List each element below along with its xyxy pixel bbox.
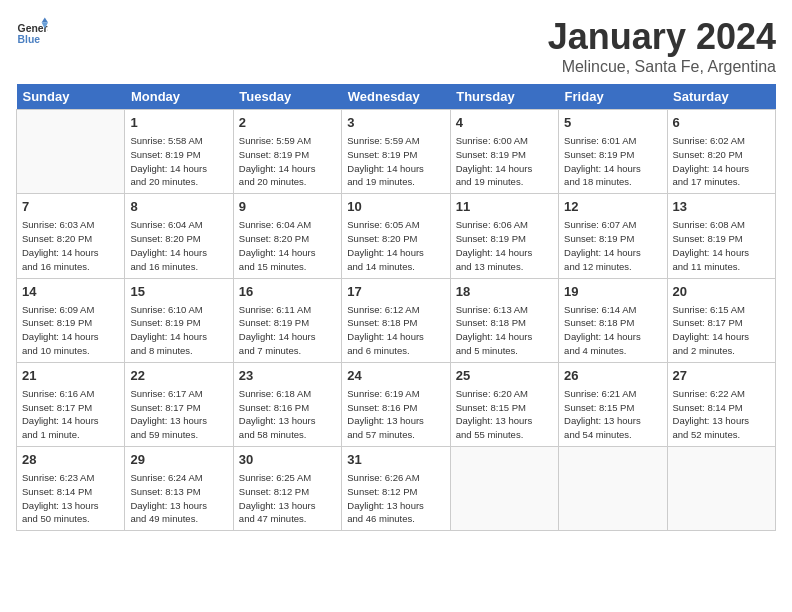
day-number: 3 [347,114,444,132]
day-info: Sunrise: 6:25 AMSunset: 8:12 PMDaylight:… [239,471,336,526]
calendar-cell [559,447,667,531]
header-sunday: Sunday [17,84,125,110]
calendar-cell: 27Sunrise: 6:22 AMSunset: 8:14 PMDayligh… [667,362,775,446]
day-info: Sunrise: 6:22 AMSunset: 8:14 PMDaylight:… [673,387,770,442]
day-number: 22 [130,367,227,385]
calendar-week-2: 7Sunrise: 6:03 AMSunset: 8:20 PMDaylight… [17,194,776,278]
calendar-cell: 16Sunrise: 6:11 AMSunset: 8:19 PMDayligh… [233,278,341,362]
calendar-cell: 13Sunrise: 6:08 AMSunset: 8:19 PMDayligh… [667,194,775,278]
calendar-cell [450,447,558,531]
header-wednesday: Wednesday [342,84,450,110]
day-info: Sunrise: 5:59 AMSunset: 8:19 PMDaylight:… [347,134,444,189]
day-info: Sunrise: 6:11 AMSunset: 8:19 PMDaylight:… [239,303,336,358]
day-info: Sunrise: 6:06 AMSunset: 8:19 PMDaylight:… [456,218,553,273]
day-number: 11 [456,198,553,216]
calendar-cell: 1Sunrise: 5:58 AMSunset: 8:19 PMDaylight… [125,110,233,194]
calendar-cell [17,110,125,194]
day-info: Sunrise: 6:16 AMSunset: 8:17 PMDaylight:… [22,387,119,442]
day-info: Sunrise: 6:24 AMSunset: 8:13 PMDaylight:… [130,471,227,526]
day-number: 26 [564,367,661,385]
day-number: 17 [347,283,444,301]
day-number: 19 [564,283,661,301]
calendar-cell: 8Sunrise: 6:04 AMSunset: 8:20 PMDaylight… [125,194,233,278]
calendar-cell: 30Sunrise: 6:25 AMSunset: 8:12 PMDayligh… [233,447,341,531]
day-number: 7 [22,198,119,216]
calendar-cell: 24Sunrise: 6:19 AMSunset: 8:16 PMDayligh… [342,362,450,446]
calendar-cell: 22Sunrise: 6:17 AMSunset: 8:17 PMDayligh… [125,362,233,446]
calendar-cell: 6Sunrise: 6:02 AMSunset: 8:20 PMDaylight… [667,110,775,194]
day-number: 4 [456,114,553,132]
svg-marker-2 [42,18,48,23]
calendar-cell: 25Sunrise: 6:20 AMSunset: 8:15 PMDayligh… [450,362,558,446]
calendar-cell: 5Sunrise: 6:01 AMSunset: 8:19 PMDaylight… [559,110,667,194]
calendar-cell: 21Sunrise: 6:16 AMSunset: 8:17 PMDayligh… [17,362,125,446]
day-number: 25 [456,367,553,385]
day-info: Sunrise: 6:15 AMSunset: 8:17 PMDaylight:… [673,303,770,358]
day-number: 12 [564,198,661,216]
day-info: Sunrise: 6:26 AMSunset: 8:12 PMDaylight:… [347,471,444,526]
day-info: Sunrise: 5:59 AMSunset: 8:19 PMDaylight:… [239,134,336,189]
calendar-cell: 3Sunrise: 5:59 AMSunset: 8:19 PMDaylight… [342,110,450,194]
day-number: 16 [239,283,336,301]
day-number: 28 [22,451,119,469]
calendar-table: Sunday Monday Tuesday Wednesday Thursday… [16,84,776,531]
calendar-week-3: 14Sunrise: 6:09 AMSunset: 8:19 PMDayligh… [17,278,776,362]
day-number: 29 [130,451,227,469]
day-number: 24 [347,367,444,385]
calendar-body: 1Sunrise: 5:58 AMSunset: 8:19 PMDaylight… [17,110,776,531]
calendar-cell: 18Sunrise: 6:13 AMSunset: 8:18 PMDayligh… [450,278,558,362]
day-number: 18 [456,283,553,301]
day-info: Sunrise: 6:03 AMSunset: 8:20 PMDaylight:… [22,218,119,273]
day-info: Sunrise: 6:19 AMSunset: 8:16 PMDaylight:… [347,387,444,442]
header-tuesday: Tuesday [233,84,341,110]
calendar-cell: 20Sunrise: 6:15 AMSunset: 8:17 PMDayligh… [667,278,775,362]
calendar-cell: 7Sunrise: 6:03 AMSunset: 8:20 PMDaylight… [17,194,125,278]
day-info: Sunrise: 6:12 AMSunset: 8:18 PMDaylight:… [347,303,444,358]
day-number: 6 [673,114,770,132]
day-info: Sunrise: 6:04 AMSunset: 8:20 PMDaylight:… [239,218,336,273]
calendar-cell: 9Sunrise: 6:04 AMSunset: 8:20 PMDaylight… [233,194,341,278]
day-number: 30 [239,451,336,469]
calendar-cell: 12Sunrise: 6:07 AMSunset: 8:19 PMDayligh… [559,194,667,278]
day-info: Sunrise: 6:08 AMSunset: 8:19 PMDaylight:… [673,218,770,273]
day-info: Sunrise: 6:20 AMSunset: 8:15 PMDaylight:… [456,387,553,442]
calendar-cell: 19Sunrise: 6:14 AMSunset: 8:18 PMDayligh… [559,278,667,362]
day-info: Sunrise: 5:58 AMSunset: 8:19 PMDaylight:… [130,134,227,189]
calendar-cell: 15Sunrise: 6:10 AMSunset: 8:19 PMDayligh… [125,278,233,362]
calendar-cell: 31Sunrise: 6:26 AMSunset: 8:12 PMDayligh… [342,447,450,531]
logo: General Blue [16,16,48,48]
day-info: Sunrise: 6:17 AMSunset: 8:17 PMDaylight:… [130,387,227,442]
day-info: Sunrise: 6:04 AMSunset: 8:20 PMDaylight:… [130,218,227,273]
calendar-cell: 11Sunrise: 6:06 AMSunset: 8:19 PMDayligh… [450,194,558,278]
day-info: Sunrise: 6:09 AMSunset: 8:19 PMDaylight:… [22,303,119,358]
calendar-cell: 4Sunrise: 6:00 AMSunset: 8:19 PMDaylight… [450,110,558,194]
day-number: 5 [564,114,661,132]
calendar-cell: 17Sunrise: 6:12 AMSunset: 8:18 PMDayligh… [342,278,450,362]
calendar-week-1: 1Sunrise: 5:58 AMSunset: 8:19 PMDaylight… [17,110,776,194]
day-info: Sunrise: 6:14 AMSunset: 8:18 PMDaylight:… [564,303,661,358]
calendar-week-4: 21Sunrise: 6:16 AMSunset: 8:17 PMDayligh… [17,362,776,446]
day-number: 1 [130,114,227,132]
title-area: January 2024 Melincue, Santa Fe, Argenti… [548,16,776,76]
calendar-cell: 14Sunrise: 6:09 AMSunset: 8:19 PMDayligh… [17,278,125,362]
page-header: General Blue January 2024 Melincue, Sant… [16,16,776,76]
header-monday: Monday [125,84,233,110]
header-saturday: Saturday [667,84,775,110]
day-number: 20 [673,283,770,301]
day-number: 15 [130,283,227,301]
calendar-header: Sunday Monday Tuesday Wednesday Thursday… [17,84,776,110]
svg-text:Blue: Blue [18,34,41,45]
day-info: Sunrise: 6:10 AMSunset: 8:19 PMDaylight:… [130,303,227,358]
day-info: Sunrise: 6:00 AMSunset: 8:19 PMDaylight:… [456,134,553,189]
day-number: 13 [673,198,770,216]
day-number: 10 [347,198,444,216]
day-info: Sunrise: 6:23 AMSunset: 8:14 PMDaylight:… [22,471,119,526]
calendar-week-5: 28Sunrise: 6:23 AMSunset: 8:14 PMDayligh… [17,447,776,531]
day-number: 14 [22,283,119,301]
header-friday: Friday [559,84,667,110]
calendar-cell: 26Sunrise: 6:21 AMSunset: 8:15 PMDayligh… [559,362,667,446]
day-number: 31 [347,451,444,469]
day-info: Sunrise: 6:02 AMSunset: 8:20 PMDaylight:… [673,134,770,189]
day-number: 21 [22,367,119,385]
logo-icon: General Blue [16,16,48,48]
